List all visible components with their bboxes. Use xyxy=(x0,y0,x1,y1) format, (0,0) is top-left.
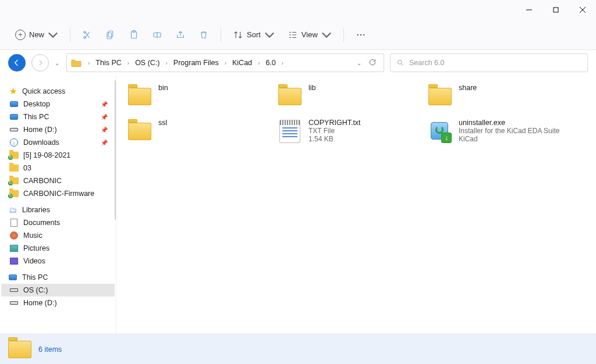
plus-circle-icon: + xyxy=(15,30,26,40)
sidebar-item-label: This PC xyxy=(22,273,48,281)
navigation-pane[interactable]: ★Quick access Desktop📌 This PC📌 Home (D:… xyxy=(0,76,116,334)
separator xyxy=(221,28,221,42)
chevron-right-icon[interactable]: › xyxy=(126,60,130,66)
svg-line-16 xyxy=(402,64,403,66)
sidebar-item-label: OS (C:) xyxy=(23,286,48,294)
file-list[interactable]: bin lib share ssl COPYRIGHT.txt TXT File… xyxy=(116,76,596,334)
folder-icon xyxy=(9,189,19,198)
forward-button[interactable] xyxy=(31,54,49,72)
svg-point-14 xyxy=(363,34,364,35)
separator xyxy=(70,28,70,42)
breadcrumb-item[interactable]: Program Files xyxy=(171,58,221,68)
refresh-button[interactable] xyxy=(365,56,380,70)
sidebar-item-label: Home (D:) xyxy=(23,299,57,307)
sidebar-item-home-d2[interactable]: Home (D:) xyxy=(1,297,115,309)
svg-rect-7 xyxy=(107,33,112,39)
address-bar[interactable]: › This PC › OS (C:) › Program Files › Ki… xyxy=(66,53,384,72)
pictures-icon xyxy=(9,244,19,253)
close-button[interactable] xyxy=(569,0,596,20)
back-button[interactable] xyxy=(8,54,26,72)
recent-locations-button[interactable]: ⌄ xyxy=(55,60,61,66)
breadcrumb-item[interactable]: OS (C:) xyxy=(133,58,162,68)
breadcrumb-item[interactable]: 6.0 xyxy=(263,58,278,68)
refresh-icon xyxy=(368,58,377,66)
sidebar-item-libraries[interactable]: 🗂Libraries xyxy=(1,204,115,216)
address-history-button[interactable]: ⌄ xyxy=(357,60,363,66)
sidebar-item-label: CARBONIC xyxy=(23,177,62,185)
file-item-folder-ssl[interactable]: ssl xyxy=(125,116,270,147)
clipboard-icon xyxy=(129,30,139,40)
sidebar-item-carbonic[interactable]: CARBONIC xyxy=(1,174,115,187)
file-item-folder-lib[interactable]: lib xyxy=(275,81,420,112)
file-item-folder-share[interactable]: share xyxy=(425,81,570,112)
monitor-icon xyxy=(8,273,17,282)
sidebar-item-documents[interactable]: Documents xyxy=(1,216,115,229)
sidebar-item-videos[interactable]: Videos xyxy=(1,255,115,267)
chevron-right-icon[interactable]: › xyxy=(281,60,285,66)
breadcrumb-item[interactable]: This PC xyxy=(93,58,123,68)
separator xyxy=(343,28,344,42)
folder-icon xyxy=(8,341,31,358)
rename-button[interactable] xyxy=(147,26,167,44)
copy-button[interactable] xyxy=(101,26,120,44)
rename-icon xyxy=(152,30,162,40)
search-icon xyxy=(396,59,405,67)
sidebar-item-label: [5] 19-08-2021 xyxy=(23,151,70,159)
chevron-down-icon xyxy=(264,30,275,40)
sidebar-item-quick-access[interactable]: ★Quick access xyxy=(1,85,115,98)
sidebar-item-downloads[interactable]: ↓Downloads📌 xyxy=(1,136,115,149)
sidebar-item-03[interactable]: 03 xyxy=(1,162,115,174)
sidebar-item-music[interactable]: Music xyxy=(1,229,115,242)
main-area: ★Quick access Desktop📌 This PC📌 Home (D:… xyxy=(0,76,596,334)
pin-icon: 📌 xyxy=(101,114,108,120)
drive-icon xyxy=(9,125,19,134)
sidebar-item-this-pc-root[interactable]: This PC xyxy=(1,271,115,284)
file-item-copyright-txt[interactable]: COPYRIGHT.txt TXT File 1.54 KB xyxy=(275,116,420,147)
ellipsis-icon xyxy=(356,30,366,40)
sidebar-item-label: This PC xyxy=(23,113,49,121)
command-bar: + New Sort View xyxy=(0,20,596,50)
sidebar-item-this-pc[interactable]: This PC📌 xyxy=(1,110,115,123)
file-item-folder-bin[interactable]: bin xyxy=(125,81,270,112)
monitor-icon xyxy=(9,112,19,122)
file-item-uninstaller-exe[interactable]: ↓ uninstaller.exe Installer for the KiCa… xyxy=(425,116,570,147)
documents-icon xyxy=(9,218,19,227)
new-button[interactable]: + New xyxy=(10,26,63,44)
delete-button[interactable] xyxy=(194,26,214,44)
sidebar-item-dated[interactable]: [5] 19-08-2021 xyxy=(1,149,115,162)
share-icon xyxy=(175,30,186,40)
svg-rect-1 xyxy=(554,8,558,12)
copy-icon xyxy=(105,30,116,40)
sidebar-item-label: Quick access xyxy=(22,87,65,95)
pin-icon: 📌 xyxy=(101,101,108,108)
chevron-right-icon[interactable]: › xyxy=(224,60,228,66)
sidebar-item-desktop[interactable]: Desktop📌 xyxy=(1,98,115,110)
installer-icon: ↓ xyxy=(427,119,453,144)
sidebar-item-pictures[interactable]: Pictures xyxy=(1,242,115,255)
cut-button[interactable] xyxy=(77,26,97,44)
search-input[interactable] xyxy=(409,59,581,67)
share-button[interactable] xyxy=(171,26,190,44)
arrow-right-icon xyxy=(36,59,44,67)
sidebar-item-home-d[interactable]: Home (D:)📌 xyxy=(1,123,115,136)
breadcrumb-item[interactable]: KiCad xyxy=(230,58,254,68)
chevron-right-icon[interactable]: › xyxy=(257,60,261,66)
chevron-down-icon xyxy=(321,30,332,40)
sidebar-item-label: Documents xyxy=(23,219,60,227)
paste-button[interactable] xyxy=(124,26,144,44)
sidebar-item-os-c[interactable]: OS (C:) xyxy=(1,284,115,297)
star-icon: ★ xyxy=(8,87,17,96)
folder-icon xyxy=(70,58,82,67)
sort-button[interactable]: Sort xyxy=(228,26,279,44)
more-button[interactable] xyxy=(351,26,371,44)
chevron-right-icon[interactable]: › xyxy=(87,60,91,66)
sidebar-item-carbonic-fw[interactable]: CARBONIC-Firmware xyxy=(1,187,115,200)
maximize-button[interactable] xyxy=(542,0,569,20)
minimize-button[interactable] xyxy=(516,0,542,20)
view-button[interactable]: View xyxy=(283,26,336,44)
sidebar-scrollbar[interactable] xyxy=(115,80,116,329)
libraries-icon: 🗂 xyxy=(8,205,17,215)
sidebar-item-label: Desktop xyxy=(23,100,50,108)
chevron-right-icon[interactable]: › xyxy=(165,60,169,66)
search-box[interactable] xyxy=(390,53,588,72)
